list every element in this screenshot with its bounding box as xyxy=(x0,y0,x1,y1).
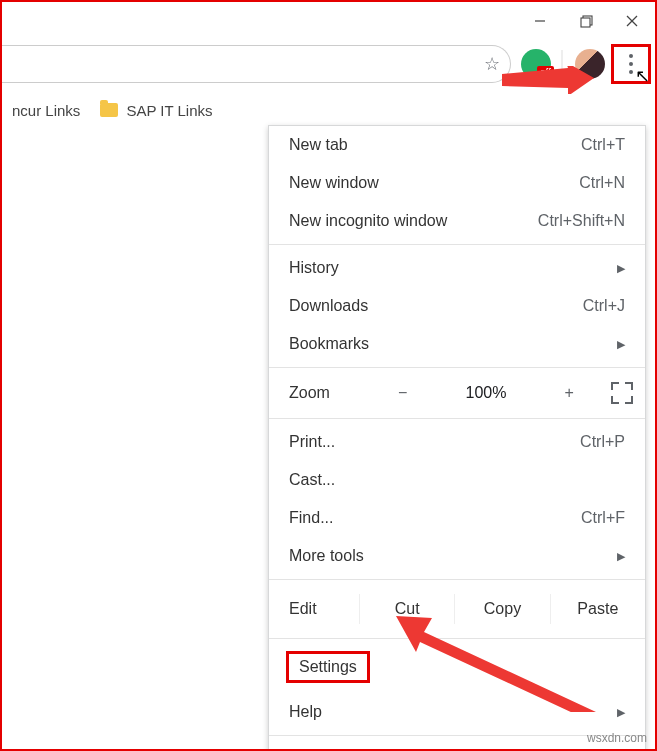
zoom-level: 100% xyxy=(458,384,515,402)
svg-rect-2 xyxy=(581,18,590,27)
menu-separator xyxy=(269,638,645,639)
menu-separator xyxy=(269,418,645,419)
cursor-icon: ↖ xyxy=(635,65,650,87)
profile-avatar[interactable] xyxy=(575,49,605,79)
menu-settings[interactable]: Settings xyxy=(269,643,645,693)
chevron-right-icon: ▶ xyxy=(617,338,625,351)
menu-new-tab[interactable]: New tabCtrl+T xyxy=(269,126,645,164)
menu-separator xyxy=(269,579,645,580)
menu-history[interactable]: History▶ xyxy=(269,249,645,287)
zoom-label: Zoom xyxy=(289,384,369,402)
menu-separator xyxy=(269,367,645,368)
menu-cast[interactable]: Cast... xyxy=(269,461,645,499)
menu-edit-row: Edit Cut Copy Paste xyxy=(269,584,645,634)
vertical-dots-icon xyxy=(629,54,633,74)
extension-icon[interactable]: off xyxy=(521,49,551,79)
zoom-in-button[interactable]: + xyxy=(557,384,582,402)
cut-button[interactable]: Cut xyxy=(359,594,454,624)
menu-print[interactable]: Print...Ctrl+P xyxy=(269,423,645,461)
extension-badge: off xyxy=(537,66,554,79)
folder-icon xyxy=(100,103,118,117)
close-button[interactable] xyxy=(609,2,655,40)
menu-downloads[interactable]: DownloadsCtrl+J xyxy=(269,287,645,325)
chrome-menu-button[interactable]: ↖ xyxy=(611,44,651,84)
menu-new-window[interactable]: New windowCtrl+N xyxy=(269,164,645,202)
bookmark-folder[interactable]: SAP IT Links xyxy=(90,96,222,125)
edit-label: Edit xyxy=(289,600,359,618)
copy-button[interactable]: Copy xyxy=(454,594,549,624)
paste-button[interactable]: Paste xyxy=(550,594,645,624)
browser-toolbar: ☆ off ↖ xyxy=(2,40,655,88)
menu-separator xyxy=(269,244,645,245)
omnibox[interactable]: ☆ xyxy=(2,45,511,83)
menu-help[interactable]: Help▶ xyxy=(269,693,645,731)
zoom-out-button[interactable]: − xyxy=(390,384,415,402)
bookmark-star-icon[interactable]: ☆ xyxy=(484,53,500,75)
menu-bookmarks[interactable]: Bookmarks▶ xyxy=(269,325,645,363)
menu-zoom: Zoom − 100% + xyxy=(269,372,645,414)
maximize-button[interactable] xyxy=(563,2,609,40)
chevron-right-icon: ▶ xyxy=(617,262,625,275)
window-titlebar xyxy=(2,2,655,40)
chevron-right-icon: ▶ xyxy=(617,706,625,719)
menu-more-tools[interactable]: More tools▶ xyxy=(269,537,645,575)
toolbar-separator xyxy=(561,50,563,78)
bookmark-folder[interactable]: ncur Links xyxy=(2,96,90,125)
menu-find[interactable]: Find...Ctrl+F xyxy=(269,499,645,537)
minimize-button[interactable] xyxy=(517,2,563,40)
chrome-main-menu: New tabCtrl+T New windowCtrl+N New incog… xyxy=(268,125,646,751)
chevron-right-icon: ▶ xyxy=(617,550,625,563)
fullscreen-button[interactable] xyxy=(611,382,633,404)
menu-new-incognito[interactable]: New incognito windowCtrl+Shift+N xyxy=(269,202,645,240)
watermark: wsxdn.com xyxy=(587,731,647,745)
